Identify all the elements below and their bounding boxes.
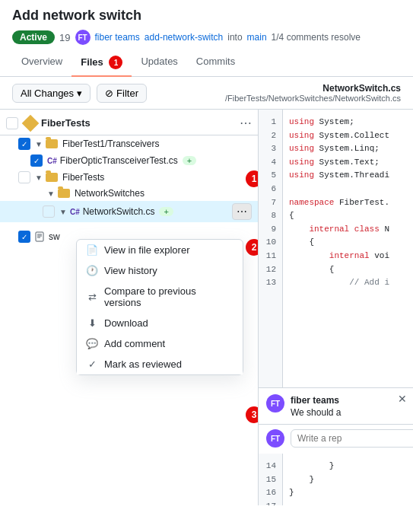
tree-label: FiberTests xyxy=(62,172,104,183)
tab-files-badge: 1 xyxy=(109,56,122,69)
tree-item-networkswitches[interactable]: ▼ NetworkSwitches xyxy=(0,186,258,201)
all-changes-button[interactable]: All Changes ▾ xyxy=(12,84,91,103)
compare-icon: ⇄ xyxy=(86,291,98,303)
context-compare[interactable]: ⇄ Compare to previous versions xyxy=(77,281,243,313)
context-add-comment[interactable]: 💬 Add comment xyxy=(77,333,243,354)
context-label: Add comment xyxy=(104,338,165,349)
history-icon: 🕐 xyxy=(86,265,98,276)
tree-more-icon[interactable]: ⋯ xyxy=(240,116,252,130)
tree-label: FiberTest1/Transceivers xyxy=(62,139,160,149)
header-meta: Active 19 FT fiber teams add-network-swi… xyxy=(12,30,401,45)
toolbar: All Changes ▾ ⊘ Filter NetworkSwitch.cs … xyxy=(0,77,413,110)
cs-badge: C# xyxy=(70,208,80,216)
code-lines: using System; using System.Collect using… xyxy=(283,110,413,387)
header: Add network switch Active 19 FT fiber te… xyxy=(0,0,413,49)
branch-to[interactable]: main xyxy=(247,32,267,43)
reply-avatar: FT xyxy=(266,429,284,448)
bottom-code-lines: } } } xyxy=(283,454,413,505)
main-content: FiberTests ⋯ ✓ ▼ FiberTest1/Transceivers… xyxy=(0,110,413,505)
checkbox-fibertests1[interactable]: ✓ xyxy=(18,138,30,150)
comment-body: fiber teams We should a xyxy=(291,394,405,418)
tab-overview[interactable]: Overview xyxy=(12,49,71,77)
chevron-icon: ▼ xyxy=(35,174,43,182)
three-dot-button[interactable]: ⋯ xyxy=(232,203,252,220)
checkbox-fibertransceiver[interactable]: ✓ xyxy=(30,155,43,167)
tab-updates[interactable]: Updates xyxy=(132,49,186,77)
code-area: 1 2 3 4 5 6 7 8 9 10 11 12 13 using Syst… xyxy=(259,110,413,387)
file-icon xyxy=(35,231,44,242)
svg-rect-0 xyxy=(36,232,43,241)
commenter-name: fiber teams xyxy=(291,395,339,406)
tree-item-networkswitch[interactable]: ▼ C# NetworkSwitch.cs + ⋯ xyxy=(0,201,258,222)
page-title: Add network switch xyxy=(12,8,401,24)
context-menu: 📄 View in file explorer 🕐 View history ⇄… xyxy=(76,239,243,375)
cs-badge: C# xyxy=(47,157,57,165)
context-download[interactable]: ⬇ Download xyxy=(77,313,243,333)
line-numbers: 1 2 3 4 5 6 7 8 9 10 11 12 13 xyxy=(259,110,283,387)
chevron-icon: ▼ xyxy=(47,190,55,198)
filter-button[interactable]: ⊘ Filter xyxy=(97,84,147,103)
active-badge: Active xyxy=(12,30,55,44)
tree-item-fibertests[interactable]: ▼ FiberTests xyxy=(0,169,258,186)
all-changes-label: All Changes xyxy=(21,88,74,99)
context-view-history[interactable]: 🕐 View history xyxy=(77,260,243,281)
tree-label: NetworkSwitches xyxy=(75,188,145,199)
context-label: Download xyxy=(104,317,148,329)
folder-icon xyxy=(58,189,70,198)
check-icon: ✓ xyxy=(86,358,98,370)
context-label: View in file explorer xyxy=(104,244,189,256)
root-checkbox[interactable] xyxy=(6,117,18,129)
commenter-avatar: FT xyxy=(266,394,284,413)
file-tree: FiberTests ⋯ ✓ ▼ FiberTest1/Transceivers… xyxy=(0,110,259,505)
reply-area: FT xyxy=(259,424,413,454)
context-label: View history xyxy=(104,265,157,276)
chevron-icon: ▼ xyxy=(59,208,67,216)
tree-item-fibertests1[interactable]: ✓ ▼ FiberTest1/Transceivers xyxy=(0,135,258,152)
plus-badge: + xyxy=(159,207,173,216)
tree-item-fibertransceiver[interactable]: ✓ C# FiberOpticTransceiverTest.cs + xyxy=(0,152,258,169)
file-name: NetworkSwitch.cs xyxy=(225,83,401,94)
tab-commits[interactable]: Commits xyxy=(187,49,244,77)
comment-icon: 💬 xyxy=(86,338,98,349)
file-explorer-icon: 📄 xyxy=(86,244,98,256)
comments-resolved: 1/4 comments resolve xyxy=(272,32,361,43)
branch-from[interactable]: add-network-switch xyxy=(145,32,223,43)
tab-files[interactable]: Files 1 xyxy=(71,49,132,77)
close-icon[interactable]: ✕ xyxy=(398,393,407,405)
chevron-down-icon: ▾ xyxy=(77,88,82,99)
comment-item: FT fiber teams We should a xyxy=(259,388,413,424)
tree-label: sw xyxy=(49,231,60,242)
filter-icon: ⊘ xyxy=(105,88,113,99)
checkbox-sw[interactable]: ✓ xyxy=(18,231,30,243)
code-panel: 1 2 3 4 5 6 7 8 9 10 11 12 13 using Syst… xyxy=(259,110,413,505)
reply-input[interactable] xyxy=(291,429,413,448)
download-icon: ⬇ xyxy=(86,317,98,329)
tree-root-label: FiberTests xyxy=(41,117,240,129)
comment-text: We should a xyxy=(291,407,405,418)
context-label: Mark as reviewed xyxy=(104,358,182,370)
diamond-icon xyxy=(22,114,40,132)
comment-section: ✕ FT fiber teams We should a FT 14 15 16… xyxy=(259,387,413,505)
tabs-bar: Overview Files 1 Updates Commits xyxy=(0,49,413,77)
context-view-file[interactable]: 📄 View in file explorer xyxy=(77,240,243,260)
bottom-code: 14 15 16 17 } } } xyxy=(259,454,413,505)
context-mark-reviewed[interactable]: ✓ Mark as reviewed xyxy=(77,354,243,374)
bottom-line-numbers: 14 15 16 17 xyxy=(259,454,283,505)
author-avatar: FT xyxy=(75,30,91,45)
into-text: into xyxy=(227,32,242,43)
author-name[interactable]: fiber teams xyxy=(95,32,140,43)
chevron-icon: ▼ xyxy=(35,140,43,148)
pr-number: 19 xyxy=(59,32,70,43)
tree-label: FiberOpticTransceiverTest.cs xyxy=(60,155,178,166)
file-path-area: NetworkSwitch.cs /FiberTests/NetworkSwit… xyxy=(225,83,401,103)
checkbox-fibertests[interactable] xyxy=(18,171,30,183)
tree-header: FiberTests ⋯ xyxy=(0,110,258,135)
file-path: /FiberTests/NetworkSwitches/NetworkSwitc… xyxy=(225,94,401,103)
badge-3: 3 xyxy=(246,406,259,423)
filter-label: Filter xyxy=(116,88,138,99)
context-label: Compare to previous versions xyxy=(104,285,234,308)
folder-icon xyxy=(46,139,58,148)
badge-1: 1 xyxy=(246,170,259,187)
checkbox-networkswitch[interactable] xyxy=(43,205,55,218)
folder-icon xyxy=(46,173,58,182)
